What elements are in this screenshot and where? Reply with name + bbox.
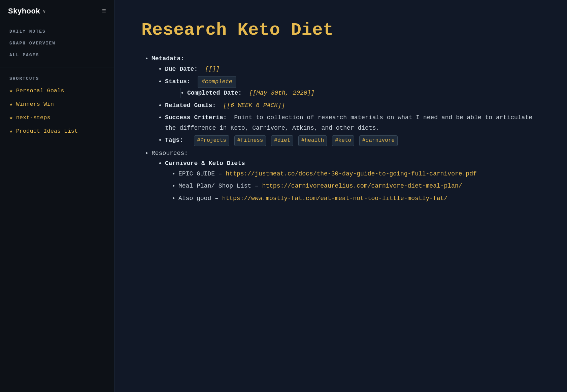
shortcut-label-product-ideas: Product Ideas List	[16, 128, 78, 134]
sidebar-header: Skyhook ∨ ≡	[0, 0, 114, 22]
status-badge: #complete	[198, 76, 236, 88]
due-date-value[interactable]: [[]]	[205, 66, 220, 72]
shortcut-label-personal-goals: Personal Goals	[16, 88, 64, 94]
sidebar-divider	[0, 67, 114, 67]
content-body: Metadata: Due Date: [[]] Status: #comple…	[141, 54, 540, 204]
star-icon: ★	[9, 87, 13, 94]
tags-item: Tags: #Projects #fitness #diet #health #…	[165, 135, 540, 146]
tag-projects[interactable]: #Projects	[194, 135, 229, 146]
resource-also-good: Also good – https://www.mostly-fat.com/e…	[178, 193, 540, 204]
shortcut-label-winners-win: Winners Win	[16, 101, 54, 107]
page-title: Research Keto Diet	[141, 20, 540, 40]
completed-date-value[interactable]: [[May 30th, 2020]]	[249, 90, 314, 96]
main-content: Research Keto Diet Metadata: Due Date: […	[114, 0, 567, 392]
tag-diet[interactable]: #diet	[271, 135, 293, 146]
resources-label: Resources:	[152, 150, 188, 157]
star-icon: ★	[9, 128, 13, 134]
completed-date-label: Completed Date:	[187, 90, 242, 96]
tag-keto[interactable]: #keto	[332, 135, 354, 146]
star-icon: ★	[9, 114, 13, 121]
resources-item: Resources: Carnivore & Keto Diets EPIC G…	[152, 148, 540, 204]
success-criteria-label: Success Criteria:	[165, 114, 227, 121]
success-criteria-item: Success Criteria: Point to collection of…	[165, 112, 540, 133]
completed-date-item: Completed Date: [[May 30th, 2020]]	[187, 88, 540, 98]
tags-label: Tags:	[165, 137, 183, 143]
completed-date-section: Completed Date: [[May 30th, 2020]]	[180, 88, 540, 98]
sidebar-nav-section: DAILY NOTES GRAPH OVERVIEW ALL PAGES	[0, 22, 114, 64]
sidebar: Skyhook ∨ ≡ DAILY NOTES GRAPH OVERVIEW A…	[0, 0, 114, 392]
sidebar-item-daily-notes[interactable]: DAILY NOTES	[0, 26, 114, 37]
metadata-item: Metadata: Due Date: [[]] Status: #comple…	[152, 54, 540, 146]
resource-meal-plan-url[interactable]: https://carnivoreaurelius.com/carnivore-…	[262, 183, 462, 189]
tag-fitness[interactable]: #fitness	[234, 135, 266, 146]
sidebar-menu-icon[interactable]: ≡	[102, 7, 106, 15]
related-goals-item: Related Goals: [[6 WEEK 6 PACK]]	[165, 100, 540, 111]
related-goals-value[interactable]: [[6 WEEK 6 PACK]]	[223, 102, 285, 109]
resource-also-good-label: Also good –	[178, 195, 222, 202]
app-name: Skyhook	[8, 7, 40, 15]
sidebar-item-all-pages[interactable]: ALL PAGES	[0, 49, 114, 61]
sidebar-item-product-ideas[interactable]: ★ Product Ideas List	[0, 124, 114, 138]
resource-epic-guide-label: EPIC GUIDE –	[178, 170, 226, 177]
app-name-wrapper[interactable]: Skyhook ∨	[8, 7, 46, 15]
status-label: Status:	[165, 78, 191, 85]
resource-also-good-url[interactable]: https://www.mostly-fat.com/eat-meat-not-…	[222, 195, 448, 202]
sidebar-item-personal-goals[interactable]: ★ Personal Goals	[0, 84, 114, 97]
carnivore-keto-section: Carnivore & Keto Diets EPIC GUIDE – http…	[165, 158, 540, 203]
sidebar-item-next-steps[interactable]: ★ next-steps	[0, 111, 114, 124]
star-icon: ★	[9, 101, 13, 107]
resource-meal-plan: Meal Plan/ Shop List – https://carnivore…	[178, 181, 540, 191]
metadata-label: Metadata:	[152, 55, 184, 62]
sidebar-item-graph-overview[interactable]: GRAPH OVERVIEW	[0, 37, 114, 49]
shortcuts-label: SHORTCUTS	[0, 70, 114, 84]
due-date-label: Due Date:	[165, 66, 198, 72]
chevron-down-icon: ∨	[43, 8, 45, 14]
shortcut-label-next-steps: next-steps	[16, 115, 51, 121]
tag-carnivore[interactable]: #carnivore	[359, 135, 398, 146]
resource-epic-guide: EPIC GUIDE – https://justmeat.co/docs/th…	[178, 169, 540, 179]
status-item: Status: #complete Completed Date: [[May …	[165, 76, 540, 98]
related-goals-label: Related Goals:	[165, 102, 216, 109]
sidebar-item-winners-win[interactable]: ★ Winners Win	[0, 97, 114, 111]
resources-section-title: Carnivore & Keto Diets	[165, 160, 245, 167]
due-date-item: Due Date: [[]]	[165, 64, 540, 74]
resource-meal-plan-label: Meal Plan/ Shop List –	[178, 183, 262, 189]
tag-health[interactable]: #health	[298, 135, 327, 146]
resource-epic-guide-url[interactable]: https://justmeat.co/docs/the-30-day-guid…	[226, 170, 476, 177]
